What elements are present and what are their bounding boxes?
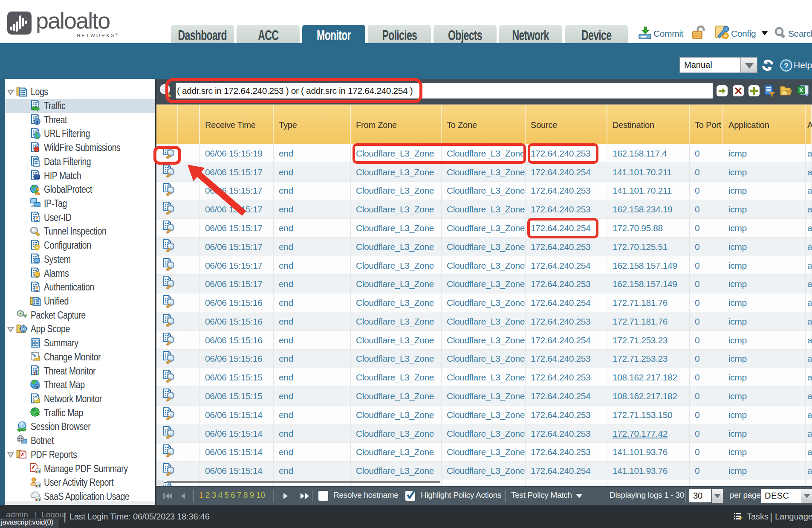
svg-text:A: A: [21, 453, 24, 456]
svg-text:X: X: [799, 87, 803, 93]
svg-text:?: ?: [784, 62, 788, 70]
svg-text:x: x: [36, 385, 38, 389]
svg-text:x: x: [36, 119, 39, 125]
